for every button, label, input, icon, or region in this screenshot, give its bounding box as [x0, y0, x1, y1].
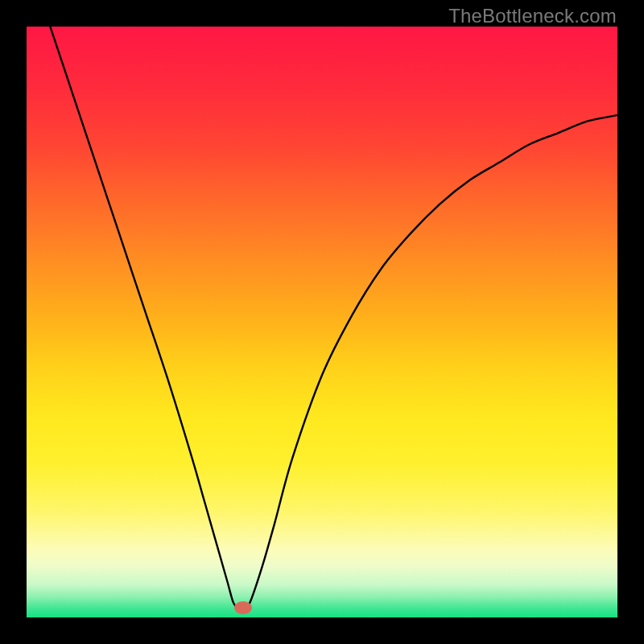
optimum-marker: [234, 601, 252, 614]
watermark-text: TheBottleneck.com: [448, 5, 617, 27]
chart-frame: TheBottleneck.com: [0, 0, 644, 644]
plot-area: [27, 27, 617, 617]
gradient-background: [27, 27, 617, 617]
chart-svg: [27, 27, 617, 617]
